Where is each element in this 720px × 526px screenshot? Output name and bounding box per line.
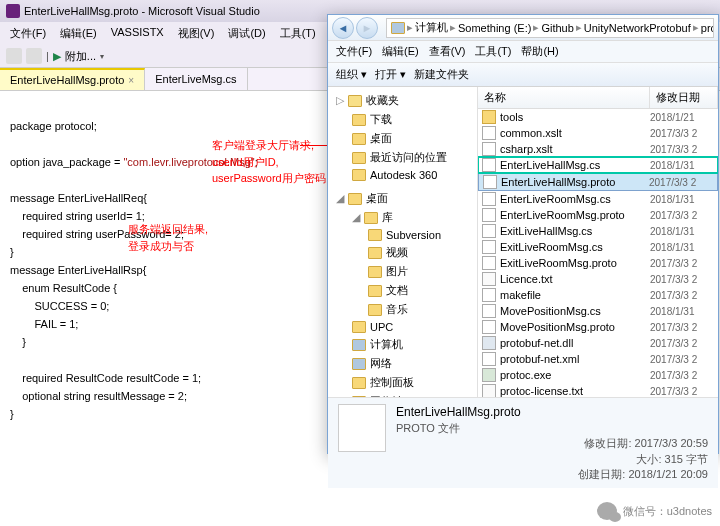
file-row[interactable]: protobuf-net.dll2017/3/3 2 [478, 335, 718, 351]
tree-upc[interactable]: UPC [328, 319, 477, 335]
file-icon [482, 126, 496, 140]
file-date: 2017/3/3 2 [650, 128, 714, 139]
ex-menu-edit[interactable]: 编辑(E) [382, 44, 419, 59]
menu-view[interactable]: 视图(V) [172, 24, 221, 43]
menu-tools[interactable]: 工具(T) [274, 24, 322, 43]
file-row[interactable]: Licence.txt2017/3/3 2 [478, 271, 718, 287]
bc-project[interactable]: UnityNetworkProtobuf▸ [584, 21, 699, 34]
tree-computer[interactable]: 计算机 [328, 335, 477, 354]
file-date: 2017/3/3 2 [650, 144, 714, 155]
tree-desktop[interactable]: 桌面 [328, 129, 477, 148]
bc-folder[interactable]: protoToCs [701, 22, 714, 34]
tree-pics[interactable]: 图片 [328, 262, 477, 281]
file-icon [483, 175, 497, 189]
tree-libs[interactable]: ◢库 [328, 208, 477, 227]
back-button[interactable]: ◄ [332, 17, 354, 39]
bc-computer[interactable]: 计算机▸ [415, 20, 456, 35]
menu-edit[interactable]: 编辑(E) [54, 24, 103, 43]
file-row[interactable]: ExitLiveRoomMsg.proto2017/3/3 2 [478, 255, 718, 271]
nav-back-icon[interactable] [6, 48, 22, 64]
file-date: 2018/1/31 [650, 160, 714, 171]
detail-name: EnterLiveHallMsg.proto [396, 404, 708, 421]
ex-menu-tools[interactable]: 工具(T) [475, 44, 511, 59]
close-icon[interactable]: × [128, 75, 134, 86]
file-icon [482, 352, 496, 366]
menu-vassistx[interactable]: VASSISTX [105, 24, 170, 43]
new-folder-button[interactable]: 新建文件夹 [414, 67, 469, 82]
file-row[interactable]: protoc-license.txt2017/3/3 2 [478, 383, 718, 397]
file-row[interactable]: MovePositionMsg.cs2018/1/31 [478, 303, 718, 319]
file-row[interactable]: tools2018/1/21 [478, 109, 718, 125]
desktop-icon [348, 193, 362, 205]
file-date: 2017/3/3 2 [650, 338, 714, 349]
file-row[interactable]: ExitLiveRoomMsg.cs2018/1/31 [478, 239, 718, 255]
file-row[interactable]: EnterLiveRoomMsg.proto2017/3/3 2 [478, 207, 718, 223]
explorer-window: ◄ ► ▸ 计算机▸ Something (E:)▸ Github▸ Unity… [327, 14, 719, 454]
tree-downloads[interactable]: 下载 [328, 110, 477, 129]
bc-github[interactable]: Github▸ [541, 21, 581, 34]
organize-button[interactable]: 组织 ▾ [336, 67, 367, 82]
bc-drive[interactable]: Something (E:)▸ [458, 21, 539, 34]
file-date: 2017/3/3 2 [650, 290, 714, 301]
col-name[interactable]: 名称 [478, 87, 650, 108]
file-list[interactable]: 名称 修改日期 tools2018/1/21common.xslt2017/3/… [478, 87, 718, 397]
file-name: MovePositionMsg.cs [500, 305, 646, 317]
file-icon [482, 192, 496, 206]
file-icon [482, 368, 496, 382]
tree-docs[interactable]: 文档 [328, 281, 477, 300]
file-icon [482, 304, 496, 318]
file-row[interactable]: csharp.xslt2017/3/3 2 [478, 141, 718, 157]
explorer-titlebar[interactable]: ◄ ► ▸ 计算机▸ Something (E:)▸ Github▸ Unity… [328, 15, 718, 41]
file-icon [482, 320, 496, 334]
star-icon [348, 95, 362, 107]
file-row[interactable]: common.xslt2017/3/3 2 [478, 125, 718, 141]
tree-recent[interactable]: 最近访问的位置 [328, 148, 477, 167]
file-row[interactable]: protoc.exe2017/3/3 2 [478, 367, 718, 383]
menu-file[interactable]: 文件(F) [4, 24, 52, 43]
ex-menu-file[interactable]: 文件(F) [336, 44, 372, 59]
breadcrumb[interactable]: ▸ 计算机▸ Something (E:)▸ Github▸ UnityNetw… [386, 18, 714, 38]
tree-recycle[interactable]: 回收站 [328, 392, 477, 397]
tab-cs[interactable]: EnterLiveMsg.cs [145, 68, 247, 90]
tree-network[interactable]: 网络 [328, 354, 477, 373]
list-header[interactable]: 名称 修改日期 [478, 87, 718, 109]
file-date: 2017/3/3 2 [650, 210, 714, 221]
file-row[interactable]: ExitLiveHallMsg.cs2018/1/31 [478, 223, 718, 239]
file-name: ExitLiveHallMsg.cs [500, 225, 646, 237]
tree-music[interactable]: 音乐 [328, 300, 477, 319]
file-row[interactable]: MovePositionMsg.proto2017/3/3 2 [478, 319, 718, 335]
file-name: Licence.txt [500, 273, 646, 285]
tab-proto[interactable]: EnterLiveHallMsg.proto × [0, 68, 145, 90]
nav-fwd-icon[interactable] [26, 48, 42, 64]
file-date: 2017/3/3 2 [650, 386, 714, 397]
tree-svn[interactable]: Subversion [328, 227, 477, 243]
file-name: protoc-license.txt [500, 385, 646, 397]
computer-icon [391, 22, 405, 34]
col-date[interactable]: 修改日期 [650, 87, 718, 108]
nav-tree[interactable]: ▷收藏夹 下载 桌面 最近访问的位置 Autodesk 360 ◢桌面 ◢库 S… [328, 87, 478, 397]
open-button[interactable]: 打开 ▾ [375, 67, 406, 82]
detail-type: PROTO 文件 [396, 421, 708, 436]
file-icon [482, 288, 496, 302]
tree-video[interactable]: 视频 [328, 243, 477, 262]
file-name: tools [500, 111, 646, 123]
forward-button[interactable]: ► [356, 17, 378, 39]
file-date: 2018/1/31 [650, 194, 714, 205]
file-icon [482, 110, 496, 124]
attach-button[interactable]: 附加... [65, 49, 96, 64]
ex-menu-view[interactable]: 查看(V) [429, 44, 466, 59]
file-row[interactable]: makefile2017/3/3 2 [478, 287, 718, 303]
file-name: protobuf-net.dll [500, 337, 646, 349]
file-date: 2018/1/31 [650, 242, 714, 253]
file-icon [482, 224, 496, 238]
file-row[interactable]: EnterLiveHallMsg.cs2018/1/31 [478, 157, 718, 173]
menu-debug[interactable]: 调试(D) [222, 24, 271, 43]
file-row[interactable]: EnterLiveHallMsg.proto2017/3/3 2 [478, 173, 718, 191]
tree-autodesk[interactable]: Autodesk 360 [328, 167, 477, 183]
file-row[interactable]: EnterLiveRoomMsg.cs2018/1/31 [478, 191, 718, 207]
file-row[interactable]: protobuf-net.xml2017/3/3 2 [478, 351, 718, 367]
ex-menu-help[interactable]: 帮助(H) [521, 44, 558, 59]
file-icon [482, 256, 496, 270]
tab-label: EnterLiveMsg.cs [155, 73, 236, 85]
tree-control[interactable]: 控制面板 [328, 373, 477, 392]
